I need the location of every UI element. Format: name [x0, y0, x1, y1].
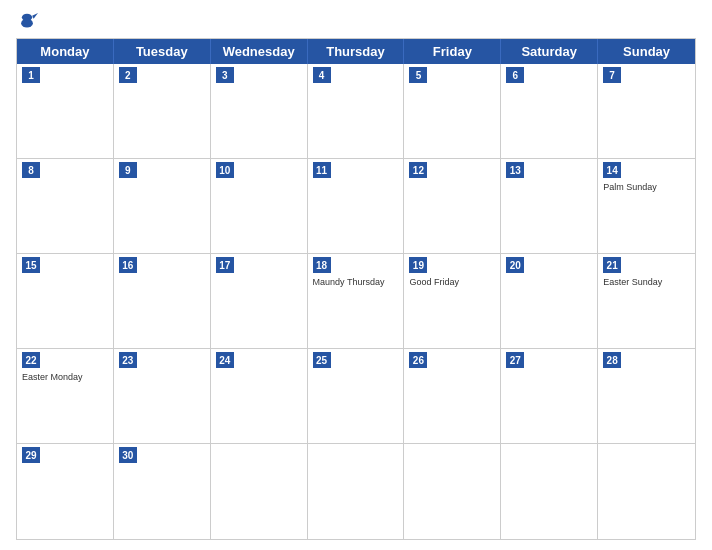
day-cell: 22Easter Monday: [17, 349, 114, 444]
day-number: 22: [22, 352, 40, 368]
day-number: 3: [216, 67, 234, 83]
day-cell: 5: [404, 64, 501, 159]
day-cell: 27: [501, 349, 598, 444]
svg-point-2: [21, 19, 33, 28]
day-cell: 23: [114, 349, 211, 444]
day-cell: 14Palm Sunday: [598, 159, 695, 254]
logo: [16, 10, 42, 32]
calendar-page: MondayTuesdayWednesdayThursdayFridaySatu…: [0, 0, 712, 550]
day-cell: 7: [598, 64, 695, 159]
day-cell: 17: [211, 254, 308, 349]
day-cell: 28: [598, 349, 695, 444]
day-cell: [404, 444, 501, 539]
weekday-header-saturday: Saturday: [501, 39, 598, 64]
day-cell: 21Easter Sunday: [598, 254, 695, 349]
day-number: 6: [506, 67, 524, 83]
day-cell: 3: [211, 64, 308, 159]
calendar-body: 1234567891011121314Palm Sunday15161718Ma…: [17, 64, 695, 539]
day-cell: 1: [17, 64, 114, 159]
day-cell: 12: [404, 159, 501, 254]
day-number: 18: [313, 257, 331, 273]
svg-marker-1: [32, 13, 38, 19]
day-number: 30: [119, 447, 137, 463]
day-number: 9: [119, 162, 137, 178]
day-cell: 18Maundy Thursday: [308, 254, 405, 349]
calendar: MondayTuesdayWednesdayThursdayFridaySatu…: [16, 38, 696, 540]
weekday-header-sunday: Sunday: [598, 39, 695, 64]
day-number: 15: [22, 257, 40, 273]
day-number: 5: [409, 67, 427, 83]
holiday-name: Maundy Thursday: [313, 277, 399, 288]
day-number: 16: [119, 257, 137, 273]
calendar-weekday-headers: MondayTuesdayWednesdayThursdayFridaySatu…: [17, 39, 695, 64]
day-cell: 10: [211, 159, 308, 254]
day-cell: [211, 444, 308, 539]
day-number: 27: [506, 352, 524, 368]
day-cell: [501, 444, 598, 539]
holiday-name: Good Friday: [409, 277, 495, 288]
day-cell: 15: [17, 254, 114, 349]
day-cell: 30: [114, 444, 211, 539]
day-cell: 29: [17, 444, 114, 539]
day-cell: 26: [404, 349, 501, 444]
day-cell: 19Good Friday: [404, 254, 501, 349]
weekday-header-thursday: Thursday: [308, 39, 405, 64]
day-cell: 16: [114, 254, 211, 349]
weekday-header-friday: Friday: [404, 39, 501, 64]
day-cell: 2: [114, 64, 211, 159]
day-number: 24: [216, 352, 234, 368]
logo-bird-icon: [16, 10, 38, 32]
day-number: 4: [313, 67, 331, 83]
day-cell: 24: [211, 349, 308, 444]
day-cell: 25: [308, 349, 405, 444]
day-number: 7: [603, 67, 621, 83]
day-cell: 11: [308, 159, 405, 254]
day-number: 26: [409, 352, 427, 368]
day-number: 14: [603, 162, 621, 178]
day-number: 19: [409, 257, 427, 273]
day-cell: 13: [501, 159, 598, 254]
weekday-header-monday: Monday: [17, 39, 114, 64]
weekday-header-wednesday: Wednesday: [211, 39, 308, 64]
holiday-name: Palm Sunday: [603, 182, 690, 193]
day-number: 8: [22, 162, 40, 178]
day-number: 1: [22, 67, 40, 83]
page-header: [16, 10, 696, 32]
day-number: 2: [119, 67, 137, 83]
day-cell: 6: [501, 64, 598, 159]
day-number: 23: [119, 352, 137, 368]
day-cell: [308, 444, 405, 539]
holiday-name: Easter Monday: [22, 372, 108, 383]
day-number: 17: [216, 257, 234, 273]
weekday-header-tuesday: Tuesday: [114, 39, 211, 64]
day-number: 29: [22, 447, 40, 463]
day-number: 13: [506, 162, 524, 178]
day-number: 11: [313, 162, 331, 178]
day-number: 28: [603, 352, 621, 368]
day-cell: 4: [308, 64, 405, 159]
day-number: 12: [409, 162, 427, 178]
day-cell: 9: [114, 159, 211, 254]
day-number: 21: [603, 257, 621, 273]
day-number: 20: [506, 257, 524, 273]
day-number: 25: [313, 352, 331, 368]
holiday-name: Easter Sunday: [603, 277, 690, 288]
day-cell: 20: [501, 254, 598, 349]
day-cell: 8: [17, 159, 114, 254]
day-cell: [598, 444, 695, 539]
day-number: 10: [216, 162, 234, 178]
